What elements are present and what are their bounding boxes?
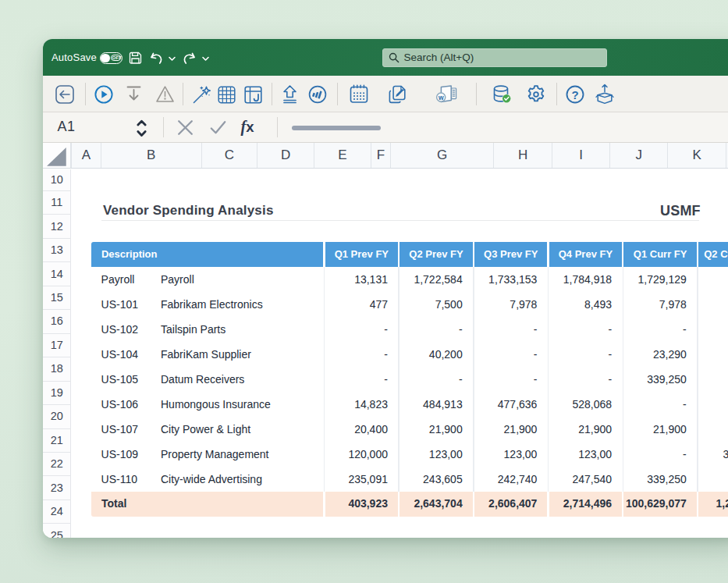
svg-text:?: ? xyxy=(571,87,578,101)
svg-text:w: w xyxy=(437,94,443,101)
